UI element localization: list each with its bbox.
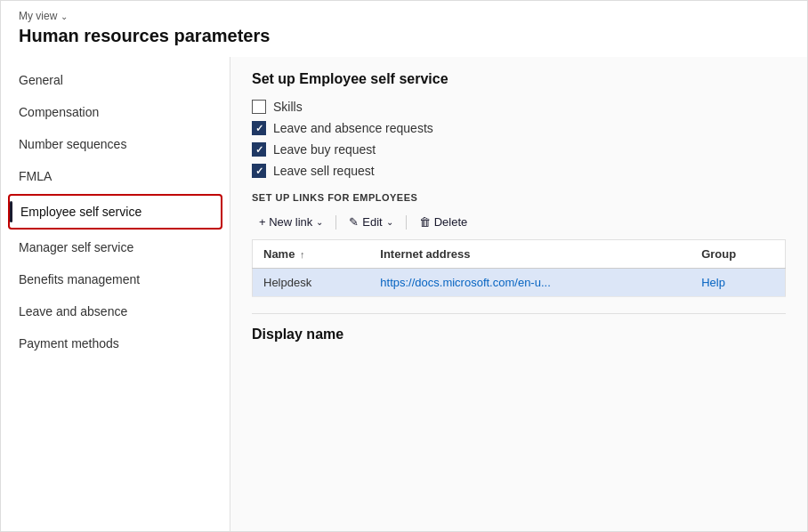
my-view-dropdown[interactable]: My view ⌄ [19, 10, 789, 22]
app-container: My view ⌄ Human resources parameters Gen… [0, 0, 808, 532]
checkbox-leave-absence[interactable]: ✓ [252, 121, 266, 135]
edit-button[interactable]: ✎ Edit ⌄ [342, 212, 400, 232]
chevron-down-icon: ⌄ [316, 217, 323, 227]
col-name-header: Name ↑ [253, 240, 370, 269]
chevron-down-icon: ⌄ [386, 217, 393, 227]
sidebar-item-benefits-management[interactable]: Benefits management [1, 263, 230, 295]
checkbox-row-skills: Skills [252, 100, 786, 114]
main-content: Set up Employee self service Skills ✓ Le… [230, 57, 807, 531]
sidebar-item-general[interactable]: General [1, 64, 230, 96]
toolbar-separator-2 [406, 215, 407, 230]
new-link-button[interactable]: + New link ⌄ [252, 212, 330, 232]
top-bar: My view ⌄ Human resources parameters [1, 1, 807, 57]
table-header-row: Name ↑ Internet address Group [253, 240, 786, 269]
toolbar-separator-1 [335, 215, 336, 230]
checkboxes-section: Skills ✓ Leave and absence requests ✓ Le… [252, 100, 786, 178]
col-group-header: Group [691, 240, 785, 269]
trash-icon: 🗑 [419, 215, 431, 229]
edit-icon: ✎ [349, 215, 359, 229]
checkbox-label-skills: Skills [273, 100, 303, 114]
checkbox-label-leave-sell: Leave sell request [273, 164, 375, 178]
toolbar: + New link ⌄ ✎ Edit ⌄ 🗑 Delete [252, 212, 786, 232]
checkmark-icon: ✓ [255, 165, 263, 177]
sidebar: General Compensation Number sequences FM… [1, 57, 230, 531]
checkmark-icon: ✓ [255, 144, 263, 156]
sort-asc-icon: ↑ [300, 249, 305, 260]
page-title: Human resources parameters [19, 26, 789, 46]
internet-address-link[interactable]: https://docs.microsoft.com/en-u... [380, 276, 550, 289]
checkbox-row-leave-sell: ✓ Leave sell request [252, 164, 786, 178]
chevron-down-icon: ⌄ [61, 12, 68, 21]
sidebar-item-manager-self-service[interactable]: Manager self service [1, 231, 230, 263]
checkbox-row-leave-absence: ✓ Leave and absence requests [252, 121, 786, 135]
display-name-title: Display name [252, 326, 786, 343]
checkbox-leave-sell[interactable]: ✓ [252, 164, 266, 178]
cell-name: Helpdesk [253, 269, 370, 297]
edit-label: Edit [362, 215, 382, 229]
links-table: Name ↑ Internet address Group Helpdesk [252, 239, 786, 297]
checkbox-label-leave-buy: Leave buy request [273, 142, 376, 157]
new-link-label: + New link [259, 215, 312, 229]
checkbox-label-leave-absence: Leave and absence requests [273, 121, 433, 135]
checkbox-leave-buy[interactable]: ✓ [252, 142, 266, 157]
checkmark-icon: ✓ [255, 123, 263, 134]
sidebar-item-leave-and-absence[interactable]: Leave and absence [1, 295, 230, 327]
display-name-section: Display name [252, 313, 786, 343]
cell-group: Help [691, 269, 785, 297]
main-layout: General Compensation Number sequences FM… [1, 57, 807, 531]
delete-button[interactable]: 🗑 Delete [412, 212, 475, 232]
delete-label: Delete [434, 215, 468, 229]
sidebar-item-employee-self-service[interactable]: Employee self service [10, 196, 221, 228]
my-view-label: My view [19, 10, 57, 22]
cell-internet-address: https://docs.microsoft.com/en-u... [369, 269, 691, 297]
col-internet-address-header: Internet address [369, 240, 691, 269]
sidebar-item-fmla[interactable]: FMLA [1, 160, 230, 192]
checkbox-skills[interactable] [252, 100, 266, 114]
sidebar-item-payment-methods[interactable]: Payment methods [1, 327, 230, 359]
links-section-title: SET UP LINKS FOR EMPLOYEES [252, 192, 786, 203]
table-row[interactable]: Helpdesk https://docs.microsoft.com/en-u… [253, 269, 786, 297]
checkbox-row-leave-buy: ✓ Leave buy request [252, 142, 786, 157]
sidebar-item-number-sequences[interactable]: Number sequences [1, 128, 230, 160]
sidebar-item-compensation[interactable]: Compensation [1, 96, 230, 128]
sidebar-item-employee-self-service-wrapper: Employee self service [8, 194, 222, 230]
section-title: Set up Employee self service [252, 71, 786, 87]
